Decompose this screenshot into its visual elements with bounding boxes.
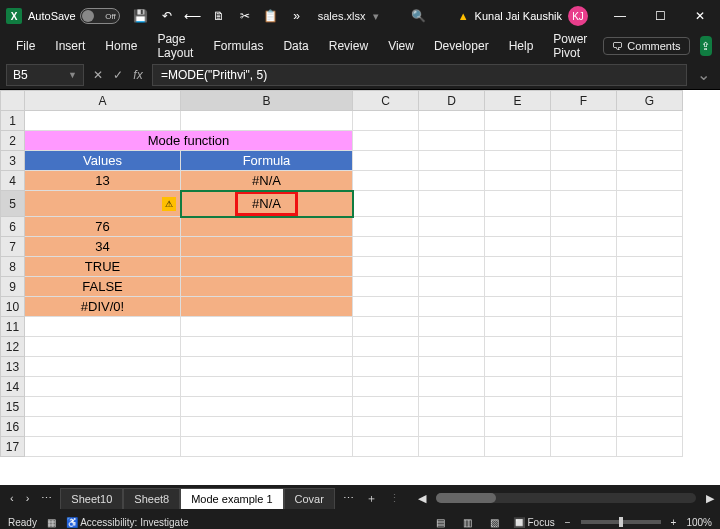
cell-D10[interactable] — [419, 297, 485, 317]
cell-D7[interactable] — [419, 237, 485, 257]
row-header-3[interactable]: 3 — [1, 151, 25, 171]
cell-A3[interactable]: Values — [25, 151, 181, 171]
cell-D1[interactable] — [419, 111, 485, 131]
cell-A7[interactable]: 34 — [25, 237, 181, 257]
tab-help[interactable]: Help — [501, 35, 542, 57]
cell-D2[interactable] — [419, 131, 485, 151]
cell-G10[interactable] — [617, 297, 683, 317]
search-icon[interactable]: 🔍 — [410, 7, 428, 25]
cell-D12[interactable] — [419, 337, 485, 357]
cell-B12[interactable] — [181, 337, 353, 357]
cell-C11[interactable] — [353, 317, 419, 337]
cell-F11[interactable] — [551, 317, 617, 337]
cell-D9[interactable] — [419, 277, 485, 297]
row-header-10[interactable]: 10 — [1, 297, 25, 317]
row-header-13[interactable]: 13 — [1, 357, 25, 377]
cell-C3[interactable] — [353, 151, 419, 171]
minimize-button[interactable]: — — [600, 0, 640, 32]
cell-A11[interactable] — [25, 317, 181, 337]
cell-D3[interactable] — [419, 151, 485, 171]
cell-E2[interactable] — [485, 131, 551, 151]
cell-A9[interactable]: FALSE — [25, 277, 181, 297]
cell-B8[interactable] — [181, 257, 353, 277]
zoom-out-icon[interactable]: − — [565, 517, 571, 528]
cell-D8[interactable] — [419, 257, 485, 277]
redo-icon[interactable]: ⟵ — [184, 7, 202, 25]
row-header-2[interactable]: 2 — [1, 131, 25, 151]
tab-insert[interactable]: Insert — [47, 35, 93, 57]
col-header-F[interactable]: F — [551, 91, 617, 111]
cell-C4[interactable] — [353, 171, 419, 191]
cell-F14[interactable] — [551, 377, 617, 397]
view-page-layout-icon[interactable]: ▥ — [459, 517, 476, 528]
tab-power-pivot[interactable]: Power Pivot — [545, 28, 595, 64]
cell-B9[interactable] — [181, 277, 353, 297]
tab-page-layout[interactable]: Page Layout — [149, 28, 201, 64]
row-header-6[interactable]: 6 — [1, 217, 25, 237]
tab-file[interactable]: File — [8, 35, 43, 57]
cell-F6[interactable] — [551, 217, 617, 237]
cell-G11[interactable] — [617, 317, 683, 337]
cell-C8[interactable] — [353, 257, 419, 277]
cell-B11[interactable] — [181, 317, 353, 337]
cell-E6[interactable] — [485, 217, 551, 237]
cell-E3[interactable] — [485, 151, 551, 171]
col-header-E[interactable]: E — [485, 91, 551, 111]
cell-A16[interactable] — [25, 417, 181, 437]
sheet-tab-sheet10[interactable]: Sheet10 — [60, 488, 123, 509]
select-all-corner[interactable] — [1, 91, 25, 111]
col-header-D[interactable]: D — [419, 91, 485, 111]
cell-C15[interactable] — [353, 397, 419, 417]
cell-D11[interactable] — [419, 317, 485, 337]
cell-C16[interactable] — [353, 417, 419, 437]
cell-G5[interactable] — [617, 191, 683, 217]
cell-F1[interactable] — [551, 111, 617, 131]
view-normal-icon[interactable]: ▤ — [432, 517, 449, 528]
cell-F13[interactable] — [551, 357, 617, 377]
cell-E13[interactable] — [485, 357, 551, 377]
cell-E14[interactable] — [485, 377, 551, 397]
sheet-more-icon[interactable]: ⋯ — [37, 492, 56, 505]
cell-A8[interactable]: TRUE — [25, 257, 181, 277]
cell-A15[interactable] — [25, 397, 181, 417]
zoom-level[interactable]: 100% — [686, 517, 712, 528]
scroll-right-icon[interactable]: ▶ — [706, 492, 714, 505]
cell-A14[interactable] — [25, 377, 181, 397]
cell-B5[interactable]: #N/A — [181, 191, 353, 217]
autosave-toggle[interactable]: Off — [80, 8, 120, 24]
spreadsheet-grid[interactable]: ABCDEFG 12Mode function3ValuesFormula413… — [0, 90, 683, 457]
cell-D15[interactable] — [419, 397, 485, 417]
cell-A1[interactable] — [25, 111, 181, 131]
cell-G7[interactable] — [617, 237, 683, 257]
cell-D14[interactable] — [419, 377, 485, 397]
cell-C2[interactable] — [353, 131, 419, 151]
cut-icon[interactable]: ✂ — [236, 7, 254, 25]
tab-data[interactable]: Data — [275, 35, 316, 57]
tab-review[interactable]: Review — [321, 35, 376, 57]
tab-developer[interactable]: Developer — [426, 35, 497, 57]
cell-E17[interactable] — [485, 437, 551, 457]
row-header-11[interactable]: 11 — [1, 317, 25, 337]
cell-C14[interactable] — [353, 377, 419, 397]
row-header-5[interactable]: 5 — [1, 191, 25, 217]
col-header-B[interactable]: B — [181, 91, 353, 111]
cell-G4[interactable] — [617, 171, 683, 191]
cell-F8[interactable] — [551, 257, 617, 277]
cell-F16[interactable] — [551, 417, 617, 437]
cell-E8[interactable] — [485, 257, 551, 277]
save-icon[interactable]: 💾 — [132, 7, 150, 25]
cell-G12[interactable] — [617, 337, 683, 357]
cell-B15[interactable] — [181, 397, 353, 417]
col-header-A[interactable]: A — [25, 91, 181, 111]
row-header-4[interactable]: 4 — [1, 171, 25, 191]
cell-D5[interactable] — [419, 191, 485, 217]
cell-B10[interactable] — [181, 297, 353, 317]
cell-B16[interactable] — [181, 417, 353, 437]
formula-input[interactable]: =MODE("Prithvi", 5) — [152, 64, 687, 86]
scroll-left-icon[interactable]: ◀ — [418, 492, 426, 505]
more-quick-icon[interactable]: » — [288, 7, 306, 25]
user-name[interactable]: Kunal Jai Kaushik — [475, 10, 562, 22]
cell-E1[interactable] — [485, 111, 551, 131]
cell-D4[interactable] — [419, 171, 485, 191]
cell-B1[interactable] — [181, 111, 353, 131]
